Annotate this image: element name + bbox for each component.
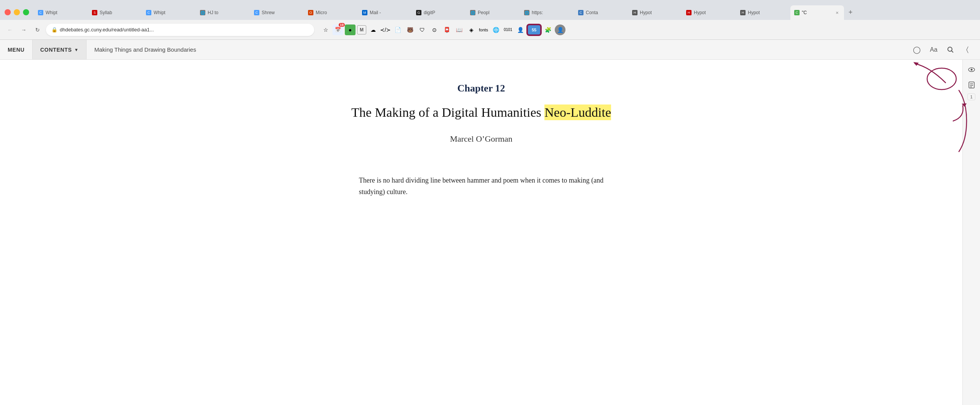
browser-window: C Whipt S Syllab C Whipt 🌐 HJ to C Shrew… bbox=[0, 0, 980, 405]
tab-label: HJ to bbox=[208, 10, 218, 15]
address-field[interactable]: 🔒 dhdebates.gc.cuny.edu/read/untitled-aa… bbox=[46, 24, 314, 36]
tab-people[interactable]: 🌐 Peopl bbox=[466, 5, 520, 20]
contents-label: CONTENTS bbox=[40, 47, 72, 53]
reader-chapter-title: Making Things and Drawing Boundaries bbox=[87, 46, 204, 53]
main-area: Chapter 12 The Making of a Digital Human… bbox=[0, 60, 980, 405]
close-window-button[interactable] bbox=[5, 9, 11, 15]
menu-button[interactable]: MENU bbox=[0, 40, 33, 59]
tab-favicon: S bbox=[92, 10, 97, 15]
reader-right-icons: ◯ Aa 〈 bbox=[909, 42, 980, 58]
tab-label: "C bbox=[802, 10, 807, 15]
binary-extension-icon[interactable]: 0101 bbox=[503, 24, 513, 35]
maximize-window-button[interactable] bbox=[23, 9, 29, 15]
tab-label: Whipt bbox=[46, 10, 57, 15]
side-eye-icon[interactable] bbox=[965, 63, 978, 77]
tab-hypo2[interactable]: H Hypot bbox=[682, 5, 736, 20]
tab-label: Peopl bbox=[478, 10, 490, 15]
search-icon[interactable] bbox=[942, 42, 959, 58]
tab-label: Conta bbox=[586, 10, 598, 15]
tab-micro[interactable]: O Micro bbox=[304, 5, 358, 20]
tab-conta[interactable]: C Conta bbox=[574, 5, 628, 20]
new-tab-button[interactable]: + bbox=[844, 6, 857, 18]
tab-favicon: 🌐 bbox=[470, 10, 475, 15]
annotation-count-badge[interactable]: 1 bbox=[967, 93, 975, 100]
tab-shrew[interactable]: C Shrew bbox=[250, 5, 304, 20]
chapter-label: Chapter 12 bbox=[457, 83, 505, 94]
body-text: There is no hard dividing line between h… bbox=[336, 175, 626, 198]
chapter-title-highlight: Neo-Luddite bbox=[544, 105, 611, 120]
tab-label: digitP bbox=[424, 10, 435, 15]
back-button[interactable]: ← bbox=[5, 24, 15, 35]
tab-bar: C Whipt S Syllab C Whipt 🌐 HJ to C Shrew… bbox=[0, 0, 980, 20]
cloud-extension-icon[interactable]: ☁ bbox=[368, 24, 379, 35]
tab-favicon: 🌐 bbox=[200, 10, 205, 15]
contents-chevron-icon: ▼ bbox=[74, 47, 79, 52]
tab-favicon: M bbox=[362, 10, 367, 15]
author-name: Marcel O’Gorman bbox=[450, 134, 512, 144]
font-size-icon[interactable]: Aa bbox=[926, 42, 942, 58]
hypothesis-badge: 55 bbox=[532, 28, 536, 32]
hypothesis-extension-button[interactable]: 55 bbox=[527, 24, 541, 35]
reload-button[interactable]: ↻ bbox=[32, 24, 43, 35]
minimize-window-button[interactable] bbox=[14, 9, 20, 15]
metro-extension-icon[interactable]: M bbox=[357, 25, 366, 34]
reader-toolbar: MENU CONTENTS ▼ Making Things and Drawin… bbox=[0, 40, 980, 60]
body-text-line2: studying) culture. bbox=[359, 188, 408, 196]
pocket-extension-icon[interactable]: 📮 bbox=[441, 24, 452, 35]
tab-favicon: C bbox=[254, 10, 259, 15]
tab-hypo1[interactable]: H Hypot bbox=[628, 5, 682, 20]
toolbar-icons: ☆ 📅 19 ● M ☁ ≺/≻ 📄 🐻 🛡 ⊙ 📮 📖 ◈ fonts 🌐 0… bbox=[320, 24, 565, 35]
body-text-line1: There is no hard dividing line between h… bbox=[359, 176, 603, 184]
tab-label: https: bbox=[532, 10, 543, 15]
profile-extension-icon[interactable]: 👤 bbox=[515, 24, 526, 35]
bookmark-star-icon[interactable]: ☆ bbox=[320, 24, 331, 35]
calendar-extension-icon[interactable]: 📅 19 bbox=[333, 24, 343, 35]
tab-close-button[interactable]: ✕ bbox=[834, 10, 840, 16]
contents-button[interactable]: CONTENTS ▼ bbox=[33, 40, 87, 59]
tab-favicon: H bbox=[740, 10, 746, 15]
target-extension-icon[interactable]: ⊙ bbox=[429, 24, 440, 35]
forward-button[interactable]: → bbox=[18, 24, 29, 35]
secure-icon: 🔒 bbox=[51, 27, 57, 33]
tab-label: Hypot bbox=[694, 10, 706, 15]
book-extension-icon[interactable]: 📄 bbox=[392, 24, 403, 35]
code-extension-icon[interactable]: ≺/≻ bbox=[380, 24, 391, 35]
shield-extension-icon[interactable]: 🛡 bbox=[417, 24, 428, 35]
book2-extension-icon[interactable]: 📖 bbox=[454, 24, 464, 35]
tab-favicon: H bbox=[686, 10, 692, 15]
address-bar: ← → ↻ 🔒 dhdebates.gc.cuny.edu/read/untit… bbox=[0, 20, 980, 40]
puzzle-extension-icon[interactable]: 🧩 bbox=[542, 24, 553, 35]
green-extension-icon[interactable]: ● bbox=[345, 24, 356, 35]
dropbox-extension-icon[interactable]: ◈ bbox=[466, 24, 477, 35]
tab-favicon: C bbox=[794, 10, 800, 15]
tab-hypo3[interactable]: H Hypot bbox=[736, 5, 790, 20]
tab-current[interactable]: C "C ✕ bbox=[790, 5, 844, 20]
eye-icon[interactable]: ◯ bbox=[909, 42, 925, 58]
tab-digitp[interactable]: G digitP bbox=[412, 5, 466, 20]
tab-https[interactable]: 🌐 https: bbox=[520, 5, 574, 20]
tab-hjto[interactable]: 🌐 HJ to bbox=[196, 5, 250, 20]
tab-label: Whipt bbox=[154, 10, 166, 15]
tab-label: Shrew bbox=[262, 10, 275, 15]
tab-whipt1[interactable]: C Whipt bbox=[34, 5, 88, 20]
more-icon[interactable]: 〈 bbox=[959, 42, 975, 58]
globe-extension-icon[interactable]: 🌐 bbox=[490, 24, 501, 35]
svg-line-1 bbox=[952, 51, 954, 52]
user-avatar[interactable]: 👤 bbox=[555, 24, 565, 35]
tab-label: Hypot bbox=[748, 10, 760, 15]
tab-favicon: 🌐 bbox=[524, 10, 529, 15]
svg-point-0 bbox=[948, 47, 952, 51]
address-text: dhdebates.gc.cuny.edu/read/untitled-aa1.… bbox=[60, 27, 154, 33]
tab-mail[interactable]: M Mail - bbox=[358, 5, 412, 20]
bear-extension-icon[interactable]: 🐻 bbox=[405, 24, 415, 35]
tab-favicon: H bbox=[632, 10, 637, 15]
tab-syllab[interactable]: S Syllab bbox=[88, 5, 142, 20]
chapter-title: The Making of a Digital Humanities Neo-L… bbox=[351, 103, 611, 122]
tab-whipt2[interactable]: C Whipt bbox=[142, 5, 196, 20]
tab-favicon: C bbox=[578, 10, 583, 15]
fonts-extension-icon[interactable]: fonts bbox=[478, 24, 489, 35]
traffic-lights bbox=[3, 9, 34, 20]
side-note-icon[interactable] bbox=[965, 78, 978, 92]
tab-label: Syllab bbox=[100, 10, 112, 15]
chapter-title-text: The Making of a Digital Humanities bbox=[351, 105, 544, 119]
